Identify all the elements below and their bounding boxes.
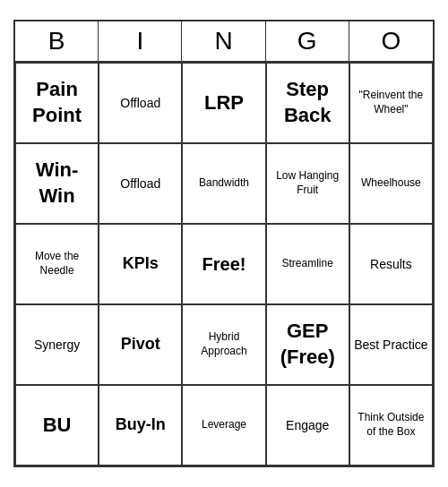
bingo-cell-15: Synergy <box>15 304 99 385</box>
bingo-cell-13: Streamline <box>266 224 349 304</box>
bingo-grid: Pain PointOffloadLRPStep Back"Reinvent t… <box>15 63 433 466</box>
bingo-cell-16: Pivot <box>99 304 182 385</box>
bingo-cell-23: Engage <box>266 385 349 466</box>
bingo-cell-5: Win-Win <box>15 143 99 224</box>
header-letter-o: O <box>349 21 433 61</box>
bingo-cell-2: LRP <box>182 63 265 143</box>
bingo-cell-4: "Reinvent the Wheel" <box>349 63 433 143</box>
bingo-cell-6: Offload <box>99 143 182 224</box>
bingo-cell-11: KPIs <box>99 224 182 304</box>
bingo-cell-20: BU <box>15 385 99 466</box>
bingo-cell-22: Leverage <box>182 385 265 466</box>
bingo-cell-17: Hybrid Approach <box>182 304 265 385</box>
bingo-cell-21: Buy-In <box>99 385 182 466</box>
bingo-card: BINGO Pain PointOffloadLRPStep Back"Rein… <box>13 20 435 467</box>
bingo-cell-9: Wheelhouse <box>349 143 433 224</box>
bingo-cell-12: Free! <box>182 224 265 304</box>
bingo-cell-1: Offload <box>99 63 182 143</box>
header-letter-b: B <box>15 21 99 61</box>
bingo-cell-19: Best Practice <box>349 304 433 385</box>
bingo-cell-14: Results <box>349 224 433 304</box>
bingo-cell-8: Low Hanging Fruit <box>266 143 349 224</box>
bingo-cell-7: Bandwidth <box>182 143 265 224</box>
header-letter-i: I <box>99 21 182 61</box>
header-letter-g: G <box>266 21 349 61</box>
bingo-cell-24: Think Outside of the Box <box>349 385 433 466</box>
bingo-cell-3: Step Back <box>266 63 349 143</box>
bingo-cell-18: GEP (Free) <box>266 304 349 385</box>
bingo-header: BINGO <box>15 21 433 63</box>
bingo-cell-10: Move the Needle <box>15 224 99 304</box>
header-letter-n: N <box>182 21 265 61</box>
bingo-cell-0: Pain Point <box>15 63 99 143</box>
